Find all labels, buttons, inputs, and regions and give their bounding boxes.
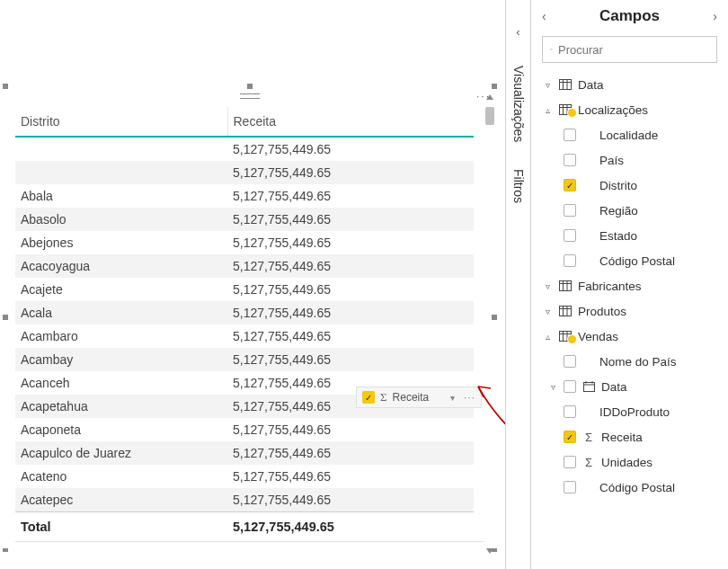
tree-label: Código Postal: [599, 254, 675, 268]
field-codigo-postal[interactable]: Código Postal: [538, 248, 726, 273]
checkbox[interactable]: [564, 405, 576, 418]
field-pais[interactable]: País: [538, 147, 726, 173]
table-row[interactable]: Acajete5,127,755,449.65: [15, 278, 474, 301]
field-checkbox-checked-icon[interactable]: ✓: [362, 391, 375, 404]
tree-label: Código Postal: [599, 481, 675, 494]
checkbox-checked[interactable]: ✓: [564, 431, 576, 443]
field-estado[interactable]: Estado: [538, 223, 726, 248]
chevron-down-icon[interactable]: ▿: [542, 80, 553, 90]
field-iddoproduto[interactable]: IDDoProduto: [538, 399, 726, 424]
table-node-localizacoes[interactable]: ▵ Localizações: [538, 97, 726, 122]
table-row[interactable]: Abejones5,127,755,449.65: [15, 231, 474, 254]
tree-label: Distrito: [599, 179, 637, 192]
table-row[interactable]: Acala5,127,755,449.65: [15, 301, 474, 325]
table-linked-icon: [558, 330, 573, 342]
svg-rect-3: [560, 80, 572, 90]
scrollbar-thumb[interactable]: [485, 107, 494, 125]
table-row[interactable]: Acambay5,127,755,449.65: [15, 348, 474, 371]
field-nome-do-pais[interactable]: Nome do País: [538, 349, 726, 374]
cell-receita: 5,127,755,449.65: [227, 488, 474, 512]
chevron-up-icon[interactable]: ▵: [542, 332, 553, 342]
column-header-receita[interactable]: Receita: [227, 107, 474, 137]
chevron-down-icon[interactable]: ▿: [542, 281, 553, 291]
table-row[interactable]: Acapulco de Juarez5,127,755,449.65: [15, 441, 474, 465]
checkbox[interactable]: [564, 129, 576, 141]
svg-point-1: [550, 49, 552, 50]
chevron-left-icon[interactable]: ‹: [516, 25, 519, 39]
table-row[interactable]: Acaponeta5,127,755,449.65: [15, 418, 474, 441]
checkbox[interactable]: [564, 204, 576, 217]
field-distrito[interactable]: ✓Distrito: [538, 173, 726, 198]
tree-label: Localidade: [599, 129, 658, 142]
cell-receita: 5,127,755,449.65: [227, 348, 474, 371]
tree-label: Região: [599, 204, 638, 218]
filters-pane-label[interactable]: Filtros: [511, 169, 526, 203]
field-regiao[interactable]: Região: [538, 198, 726, 223]
cell-receita: 5,127,755,449.65: [227, 325, 474, 348]
field-unidades[interactable]: ΣUnidades: [538, 449, 726, 475]
checkbox[interactable]: [564, 154, 576, 166]
checkbox[interactable]: [564, 254, 576, 267]
table-row[interactable]: Acatepec5,127,755,449.65: [15, 488, 474, 512]
table-row[interactable]: Acambaro5,127,755,449.65: [15, 325, 474, 348]
tree-label: Unidades: [601, 456, 653, 469]
vertical-scrollbar[interactable]: [485, 107, 494, 541]
search-input[interactable]: [558, 43, 709, 57]
field-receita[interactable]: ✓ΣReceita: [538, 424, 726, 449]
field-data-hierarchy[interactable]: ▿ Data: [538, 374, 726, 399]
cell-distrito: Abejones: [15, 231, 227, 254]
field-localidade[interactable]: Localidade: [538, 122, 726, 147]
column-header-distrito[interactable]: Distrito: [15, 107, 227, 137]
chevron-down-icon[interactable]: ▿: [542, 307, 553, 316]
report-canvas[interactable]: ··· Distrito Receita 5,127,755,449.655,1…: [0, 0, 503, 569]
field-well-item-receita[interactable]: ✓ Σ Receita ▾ ···: [356, 387, 482, 408]
chevron-down-icon[interactable]: ▾: [450, 393, 455, 403]
svg-line-2: [552, 49, 553, 50]
field-codigo-postal-vendas[interactable]: Código Postal: [538, 475, 726, 500]
drag-handle-icon[interactable]: [240, 93, 260, 99]
svg-rect-23: [583, 383, 594, 392]
table-row[interactable]: 5,127,755,449.65: [15, 137, 474, 161]
table-row[interactable]: Acateno5,127,755,449.65: [15, 465, 474, 488]
table-visual[interactable]: ··· Distrito Receita 5,127,755,449.655,1…: [4, 85, 494, 553]
table-row[interactable]: Abasolo5,127,755,449.65: [15, 208, 474, 231]
cell-receita: 5,127,755,449.65: [227, 465, 474, 488]
cell-distrito: [15, 137, 227, 161]
scroll-down-icon[interactable]: [486, 548, 493, 554]
visualizations-pane-label[interactable]: Visualizações: [511, 66, 526, 142]
checkbox[interactable]: [564, 481, 576, 493]
cell-distrito: Acapetahua: [15, 395, 227, 418]
checkbox[interactable]: [564, 456, 576, 468]
checkbox-checked[interactable]: ✓: [564, 179, 576, 191]
tree-label: IDDoProduto: [599, 405, 670, 419]
chevron-down-icon[interactable]: ▿: [547, 382, 558, 392]
fields-search[interactable]: [542, 36, 717, 63]
sigma-icon: Σ: [380, 390, 387, 405]
tree-label: Localizações: [578, 103, 648, 117]
table-row[interactable]: Abala5,127,755,449.65: [15, 184, 474, 208]
table-row[interactable]: 5,127,755,449.65: [15, 161, 474, 184]
chevron-up-icon[interactable]: ▵: [542, 105, 553, 115]
more-options-icon[interactable]: ···: [464, 391, 475, 404]
fields-tree: ▿ Data ▵ Localizações Localidade País ✓D…: [538, 72, 726, 569]
checkbox[interactable]: [564, 380, 576, 393]
calendar-icon: [582, 380, 596, 393]
checkbox[interactable]: [564, 229, 576, 242]
scroll-up-icon[interactable]: [486, 94, 493, 100]
cell-distrito: Abala: [15, 184, 227, 208]
table-row[interactable]: Acacoyagua5,127,755,449.65: [15, 254, 474, 278]
cell-distrito: Abasolo: [15, 208, 227, 231]
cell-receita: 5,127,755,449.65: [227, 418, 474, 441]
table-node-produtos[interactable]: ▿ Produtos: [538, 298, 726, 324]
chevron-left-icon[interactable]: ‹: [542, 9, 546, 23]
svg-rect-7: [560, 105, 572, 115]
tree-label: Fabricantes: [578, 280, 642, 293]
tree-label: Nome do País: [599, 355, 677, 369]
checkbox[interactable]: [564, 355, 576, 368]
table-node-data[interactable]: ▿ Data: [538, 72, 726, 97]
cell-receita: 5,127,755,449.65: [227, 254, 474, 278]
table-node-vendas[interactable]: ▵ Vendas: [538, 324, 726, 349]
chevron-right-icon[interactable]: ›: [713, 9, 717, 23]
table-node-fabricantes[interactable]: ▿ Fabricantes: [538, 273, 726, 298]
svg-rect-19: [560, 332, 572, 342]
